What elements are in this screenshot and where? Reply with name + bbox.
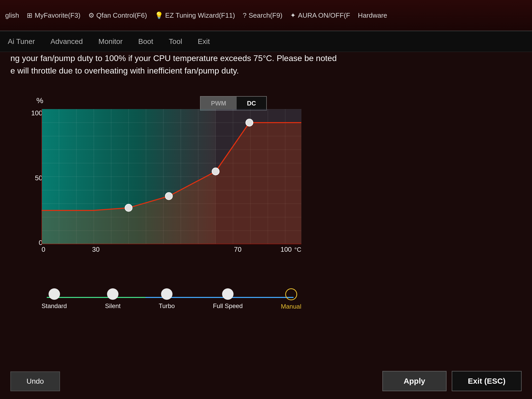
apply-button[interactable]: Apply [382, 371, 447, 391]
aura-menu[interactable]: ✦ AURA ON/OFF(F [290, 11, 350, 19]
x-tick-0: 0 [42, 245, 45, 254]
x-tick-100: 100 [281, 245, 292, 254]
pwm-dc-toggle: PWM DC [200, 96, 267, 111]
chart-y-label: % [36, 96, 43, 105]
fan-mode-label-turbo: Turbo [159, 302, 175, 310]
fan-mode-turbo[interactable]: Turbo [159, 288, 175, 310]
menu-tool[interactable]: Tool [169, 37, 182, 46]
fan-mode-dot-turbo [161, 288, 172, 300]
curve-point-3 [212, 168, 219, 175]
hardware-menu[interactable]: Hardware [358, 11, 387, 19]
search-label: Search(F9) [249, 11, 282, 19]
fan-mode-area: Standard Silent Turbo Full Speed Manual [21, 281, 307, 332]
menu-bar: Ai Tuner Advanced Monitor Boot Tool Exit [0, 31, 532, 52]
curve-point-4 [246, 119, 253, 126]
myfavorite-label: MyFavorite(F3) [35, 11, 80, 19]
menu-monitor[interactable]: Monitor [98, 37, 123, 46]
warning-line1: ng your fan/pump duty to 100% if your CP… [10, 52, 522, 64]
y-tick-100: 100 [31, 109, 42, 117]
curve-point-1 [125, 204, 132, 211]
qfan-menu[interactable]: ⚙ Qfan Control(F6) [88, 11, 147, 19]
menu-advanced[interactable]: Advanced [50, 37, 83, 46]
search-menu[interactable]: ? Search(F9) [243, 11, 283, 19]
fan-mode-dot-fullspeed [222, 288, 234, 300]
undo-button[interactable]: Undo [10, 371, 60, 391]
language-label: glish [5, 11, 19, 19]
chart-svg [42, 109, 301, 244]
fan-mode-fullspeed[interactable]: Full Speed [213, 288, 243, 310]
bottom-buttons: Apply Exit (ESC) [382, 371, 522, 391]
chart-x-axis: 0 30 70 100 °C [42, 245, 301, 254]
warning-line2: e will throttle due to overheating with … [10, 64, 522, 77]
fan-mode-manual[interactable]: Manual [281, 288, 301, 310]
menu-boot[interactable]: Boot [138, 37, 153, 46]
qfan-label: Qfan Control(F6) [96, 11, 147, 19]
curve-point-2 [165, 192, 172, 200]
fan-mode-dot-standard [49, 288, 60, 300]
language-selector[interactable]: glish [5, 11, 19, 19]
eztuning-label: EZ Tuning Wizard(F11) [165, 11, 235, 19]
menu-exit[interactable]: Exit [198, 37, 210, 46]
warning-area: ng your fan/pump duty to 100% if your CP… [10, 52, 522, 77]
chart-wrapper: % PWM DC 100 50 0 [10, 88, 322, 270]
aura-label: AURA ON/OFF(F [298, 11, 350, 19]
fan-mode-options: Standard Silent Turbo Full Speed Manual [42, 288, 301, 310]
fan-mode-label-standard: Standard [42, 302, 67, 310]
search-icon: ? [243, 11, 247, 19]
eztuning-icon: 💡 [155, 11, 163, 19]
x-tick-70: 70 [234, 245, 242, 254]
myfavorite-icon: ⊞ [27, 11, 32, 19]
x-unit: °C [294, 246, 301, 253]
hardware-label: Hardware [358, 11, 387, 19]
pwm-button[interactable]: PWM [201, 97, 237, 110]
qfan-icon: ⚙ [88, 11, 94, 19]
fan-mode-label-fullspeed: Full Speed [213, 302, 243, 310]
fan-mode-silent[interactable]: Silent [105, 288, 121, 310]
x-tick-30: 30 [92, 245, 99, 254]
exit-button[interactable]: Exit (ESC) [452, 371, 522, 391]
fan-mode-dot-silent [107, 288, 118, 300]
fan-mode-standard[interactable]: Standard [42, 288, 67, 310]
aura-icon: ✦ [290, 11, 296, 19]
fan-mode-dot-manual [285, 288, 297, 300]
top-bar: glish ⊞ MyFavorite(F3) ⚙ Qfan Control(F6… [0, 0, 532, 31]
eztuning-menu[interactable]: 💡 EZ Tuning Wizard(F11) [155, 11, 235, 19]
myfavorite-menu[interactable]: ⊞ MyFavorite(F3) [27, 11, 80, 19]
menu-ai-tuner[interactable]: Ai Tuner [8, 37, 35, 46]
fan-mode-label-silent: Silent [105, 302, 121, 310]
chart-y-axis: 100 50 0 [31, 109, 42, 244]
dc-button[interactable]: DC [237, 97, 267, 110]
fan-mode-label-manual: Manual [281, 303, 301, 310]
